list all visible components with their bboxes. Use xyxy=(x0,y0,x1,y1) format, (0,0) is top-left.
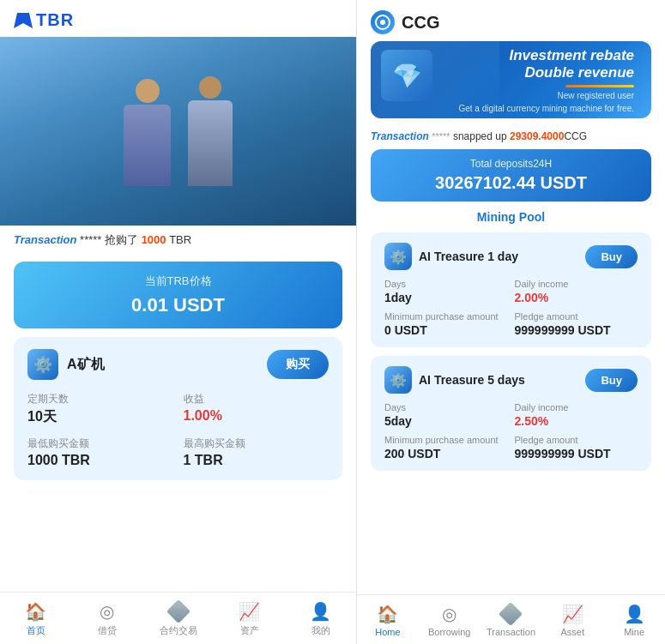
hero-image xyxy=(0,37,356,226)
pool-1-days-label: Days xyxy=(384,279,508,289)
left-nav: 🏠 首页 ◎ 借贷 合约交易 📈 资产 👤 我的 xyxy=(0,592,356,644)
pool-2-income-value: 2.50% xyxy=(515,414,638,428)
deposits-label: Total deposits24H xyxy=(384,158,638,170)
pool-2-icon: ⚙️ xyxy=(384,366,412,394)
promo-banner: 💎 Investment rebate Double revenue New r… xyxy=(371,41,651,118)
right-nav-home[interactable]: 🏠 Home xyxy=(357,600,419,641)
stat-min: 最低购买金额 1000 TBR xyxy=(27,436,173,468)
deposits-value: 30267102.44 USDT xyxy=(384,173,638,193)
stat-max-label: 最高购买金额 xyxy=(184,436,329,451)
right-home-icon: 🏠 xyxy=(378,604,398,624)
borrow-icon: ◎ xyxy=(97,601,118,622)
right-scroll: 💎 Investment rebate Double revenue New r… xyxy=(357,41,665,594)
banner-sub2: Get a digital currency mining machine fo… xyxy=(458,104,634,113)
right-nav-transaction[interactable]: Transaction xyxy=(481,600,542,641)
banner-sub1: New registered user xyxy=(458,91,634,100)
pool-1-days-value: 1day xyxy=(384,291,508,304)
left-tx-action: 抢购了 xyxy=(105,233,138,246)
right-nav: 🏠 Home ◎ Borrowing Transaction 📈 Asset 👤… xyxy=(357,594,665,644)
left-nav-mine[interactable]: 👤 我的 xyxy=(285,598,356,641)
left-scroll: Transaction ***** 抢购了 1000 TBR 当前TRB价格 0… xyxy=(0,37,356,592)
pool-1-pledge-value: 999999999 USDT xyxy=(515,323,638,337)
contract-icon xyxy=(168,601,189,622)
pool-1-income: Daily income 2.00% xyxy=(515,279,638,304)
pool-1-pledge: Pledge amount 999999999 USDT xyxy=(515,311,638,337)
miner-title: ⚙️ A矿机 xyxy=(27,349,105,380)
pool-1-pledge-label: Pledge amount xyxy=(515,311,638,322)
total-deposits-card: Total deposits24H 30267102.44 USDT xyxy=(371,149,651,202)
pool-card-1-title: ⚙️ AI Treasure 1 day xyxy=(384,243,518,270)
mine-icon-left: 👤 xyxy=(311,601,331,622)
svg-point-2 xyxy=(380,20,385,25)
pool-2-days-label: Days xyxy=(384,402,508,412)
pool-2-buy-button[interactable]: Buy xyxy=(585,369,638,392)
pool-card-1-header: ⚙️ AI Treasure 1 day Buy xyxy=(384,243,638,270)
right-transaction-bar: Transaction ***** snapped up 29309.4000C… xyxy=(357,127,665,149)
pool-1-min-value: 0 USDT xyxy=(384,323,508,337)
left-buy-button[interactable]: 购买 xyxy=(267,350,329,379)
pool-1-min-label: Minimum purchase amount xyxy=(384,311,508,322)
svg-marker-0 xyxy=(14,13,33,28)
pool-card-2-title: ⚙️ AI Treasure 5 days xyxy=(384,366,525,394)
right-nav-transaction-label: Transaction xyxy=(487,627,535,637)
pool-card-2: ⚙️ AI Treasure 5 days Buy Days 5day Dail… xyxy=(371,356,651,471)
stat-income-value: 1.00% xyxy=(184,408,329,424)
pool-2-days: Days 5day xyxy=(384,402,508,428)
stat-days: 定期天数 10天 xyxy=(27,392,173,426)
pool-2-min-value: 200 USDT xyxy=(384,447,508,460)
price-value: 0.01 USDT xyxy=(27,294,329,316)
stat-min-value: 1000 TBR xyxy=(27,453,173,468)
right-nav-asset[interactable]: 📈 Asset xyxy=(541,600,603,641)
tbr-logo-icon xyxy=(14,11,33,30)
right-panel: CCG 💎 Investment rebate Double revenue N… xyxy=(356,0,665,644)
miner-name: A矿机 xyxy=(67,356,105,374)
pool-1-name: AI Treasure 1 day xyxy=(419,250,518,263)
pool-2-stats: Days 5day Daily income 2.50% Minimum pur… xyxy=(384,402,638,460)
left-nav-contract[interactable]: 合约交易 xyxy=(142,598,214,641)
mining-pool-title: Mining Pool xyxy=(357,210,665,224)
right-nav-home-label: Home xyxy=(375,627,400,637)
assets-icon: 📈 xyxy=(239,601,260,622)
left-nav-assets[interactable]: 📈 资产 xyxy=(214,598,285,641)
left-tx-stars: ***** xyxy=(80,233,101,246)
pool-2-pledge-value: 999999999 USDT xyxy=(515,447,638,460)
pool-2-min: Minimum purchase amount 200 USDT xyxy=(384,435,508,460)
right-nav-mine[interactable]: 👤 Mine xyxy=(603,600,665,641)
left-nav-home[interactable]: 🏠 首页 xyxy=(0,598,71,641)
left-nav-contract-label: 合约交易 xyxy=(160,624,197,637)
right-tx-stars: ***** xyxy=(432,131,450,141)
pool-2-min-label: Minimum purchase amount xyxy=(384,435,508,445)
left-header: TBR xyxy=(0,0,356,37)
miner-card: ⚙️ A矿机 购买 定期天数 10天 收益 1.00% 最低购买金额 xyxy=(14,337,342,480)
stat-days-value: 10天 xyxy=(27,408,173,426)
banner-bar xyxy=(565,85,634,87)
pool-1-income-value: 2.00% xyxy=(515,291,638,304)
ccg-logo-icon xyxy=(375,15,390,30)
home-icon: 🏠 xyxy=(26,601,46,622)
tbr-logo: TBR xyxy=(14,10,74,30)
pool-2-pledge: Pledge amount 999999999 USDT xyxy=(515,435,638,460)
banner-left-art: 💎 xyxy=(381,50,432,101)
left-nav-borrow[interactable]: ◎ 借贷 xyxy=(71,598,142,641)
pool-2-income-label: Daily income xyxy=(515,402,638,412)
right-tx-token: CCG xyxy=(564,130,587,142)
pool-1-days: Days 1day xyxy=(384,279,508,304)
right-nav-borrowing[interactable]: ◎ Borrowing xyxy=(419,600,481,641)
ccg-title: CCG xyxy=(402,13,439,33)
pool-1-stats: Days 1day Daily income 2.00% Minimum pur… xyxy=(384,279,638,337)
ccg-icon xyxy=(371,10,395,34)
stat-max-value: 1 TBR xyxy=(184,453,329,468)
left-nav-home-label: 首页 xyxy=(27,624,45,637)
asset-icon: 📈 xyxy=(562,604,583,624)
pool-1-income-label: Daily income xyxy=(515,279,638,289)
pool-1-buy-button[interactable]: Buy xyxy=(585,245,638,268)
stat-max: 最高购买金额 1 TBR xyxy=(184,436,329,468)
pool-2-income: Daily income 2.50% xyxy=(515,402,638,428)
borrowing-icon: ◎ xyxy=(439,604,460,624)
miner-card-header: ⚙️ A矿机 购买 xyxy=(27,349,329,380)
stat-income-label: 收益 xyxy=(184,392,329,406)
figure-right xyxy=(188,76,233,186)
left-nav-mine-label: 我的 xyxy=(311,624,330,637)
stat-min-label: 最低购买金额 xyxy=(27,436,173,451)
right-nav-mine-label: Mine xyxy=(624,627,644,637)
